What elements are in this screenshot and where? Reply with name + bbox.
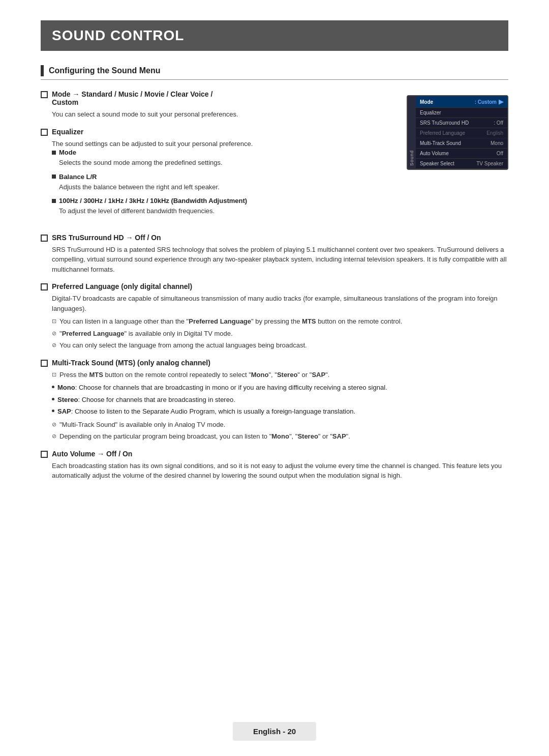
- sub-bandwidth-title: 100Hz / 300Hz / 1kHz / 3kHz / 10kHz (Ban…: [59, 197, 247, 205]
- info-icon-1: ⊡: [52, 317, 56, 327]
- tv-menu-row-speaker: Speaker Select TV Speaker: [416, 159, 507, 169]
- tv-menu-row-multitrack: Multi-Track Sound Mono: [416, 138, 507, 149]
- multitrack-memo-2: ⊘ Depending on the particular program be…: [52, 431, 508, 442]
- preferred-note-3: ⊘ You can only select the language from …: [52, 340, 508, 351]
- row-label-multitrack: Multi-Track Sound: [420, 140, 461, 146]
- checkbox-icon-equalizer: [41, 129, 48, 136]
- main-content: Mode → Standard / Music / Movie / Clear …: [41, 90, 391, 224]
- topic-srs-body: SRS TruSurround HD is a patented SRS tec…: [52, 245, 508, 275]
- row-label-equalizer: Equalizer: [420, 110, 441, 115]
- content-with-sidebar: Mode → Standard / Music / Movie / Clear …: [41, 90, 508, 224]
- row-value-mode: : Custom▶: [475, 98, 503, 105]
- topic-preferred-body: Digital-TV broadcasts are capable of sim…: [52, 294, 508, 313]
- tv-menu-row-srs: SRS TruSurround HD : Off: [416, 118, 507, 128]
- footer-text: English - 20: [253, 727, 296, 736]
- topic-preferred-language: Preferred Language (only digital channel…: [41, 282, 508, 351]
- checkbox-icon-srs: [41, 235, 48, 242]
- sub-bandwidth: 100Hz / 300Hz / 1kHz / 3kHz / 10kHz (Ban…: [52, 197, 391, 216]
- sub-balance-heading: Balance L/R: [52, 173, 391, 181]
- row-value-autovolume: Off: [497, 151, 503, 156]
- tv-menu-row-preferred: Preferred Language English: [416, 128, 507, 138]
- bullet-stereo: Stereo: Choose for channels that are bro…: [52, 395, 508, 405]
- checkbox-icon-autovolume: [41, 451, 48, 458]
- topic-mode-heading: Mode → Standard / Music / Movie / Clear …: [41, 90, 391, 106]
- sub-balance: Balance L/R Adjusts the balance between …: [52, 173, 391, 192]
- row-label-preferred: Preferred Language: [420, 130, 465, 136]
- preferred-note-2: ⊘ "Preferred Language" is available only…: [52, 329, 508, 339]
- topic-mode: Mode → Standard / Music / Movie / Clear …: [41, 90, 391, 120]
- bullet-mono-text: Mono: Choose for channels that are broad…: [57, 383, 387, 393]
- tv-menu-inner: Sound Mode : Custom▶ Equalizer SRS TruSu…: [407, 95, 508, 170]
- page-title: SOUND CONTROL: [52, 27, 497, 44]
- arrow-icon-mode: ▶: [499, 98, 503, 105]
- section-title: Configuring the Sound Menu: [49, 66, 161, 75]
- preferred-note-1: ⊡ You can listen in a language other tha…: [52, 316, 508, 327]
- page-container: SOUND CONTROL Configuring the Sound Menu…: [0, 0, 549, 530]
- sub-mode: Mode Selects the sound mode among the pr…: [52, 149, 391, 168]
- tv-menu: Sound Mode : Custom▶ Equalizer SRS TruSu…: [407, 95, 508, 224]
- bullet-sap-text: SAP: Choose to listen to the Separate Au…: [57, 406, 355, 417]
- row-value-preferred: English: [486, 130, 503, 136]
- row-label-mode: Mode: [420, 99, 433, 105]
- memo-icon-mts2: ⊘: [52, 432, 56, 442]
- topic-multitrack-title: Multi-Track Sound (MTS) (only analog cha…: [52, 359, 210, 367]
- sub-mode-body: Selects the sound mode among the predefi…: [59, 158, 391, 168]
- topic-mode-body: You can select a sound mode to suit your…: [52, 109, 391, 120]
- topic-multitrack: Multi-Track Sound (MTS) (only analog cha…: [41, 359, 508, 442]
- checkbox-icon-mode: [41, 91, 48, 98]
- topic-auto-volume-title: Auto Volume → Off / On: [52, 450, 132, 458]
- memo-icon-1: ⊘: [52, 329, 56, 339]
- tv-menu-row-autovolume: Auto Volume Off: [416, 149, 507, 159]
- row-label-autovolume: Auto Volume: [420, 151, 449, 156]
- section-heading: Configuring the Sound Menu: [41, 65, 508, 80]
- topic-srs-title: SRS TruSurround HD → Off / On: [52, 234, 161, 242]
- memo-icon-2: ⊘: [52, 341, 56, 351]
- sub-mode-title: Mode: [59, 149, 76, 156]
- row-label-speaker: Speaker Select: [420, 161, 454, 166]
- checkbox-icon-preferred: [41, 283, 48, 290]
- topic-mode-title: Mode → Standard / Music / Movie / Clear …: [52, 90, 212, 106]
- topic-equalizer-heading: Equalizer: [41, 128, 391, 136]
- topic-auto-volume-heading: Auto Volume → Off / On: [41, 450, 508, 458]
- sub-balance-title: Balance L/R: [59, 173, 97, 181]
- multitrack-memo-2-text: Depending on the particular program bein…: [59, 431, 350, 442]
- row-value-multitrack: Mono: [491, 140, 503, 146]
- sub-bandwidth-body: To adjust the level of different bandwid…: [59, 206, 391, 216]
- topic-srs: SRS TruSurround HD → Off / On SRS TruSur…: [41, 234, 508, 275]
- topic-srs-heading: SRS TruSurround HD → Off / On: [41, 234, 508, 242]
- row-value-srs: : Off: [494, 120, 503, 126]
- black-square-mode: [52, 151, 56, 155]
- multitrack-memos: ⊘ "Multi-Track Sound" is available only …: [52, 420, 508, 442]
- bullet-sap: SAP: Choose to listen to the Separate Au…: [52, 406, 508, 417]
- topic-preferred-heading: Preferred Language (only digital channel…: [41, 282, 508, 290]
- sub-mode-heading: Mode: [52, 149, 391, 156]
- tv-menu-side-label: Sound: [408, 96, 416, 169]
- topic-auto-volume: Auto Volume → Off / On Each broadcasting…: [41, 450, 508, 481]
- preferred-note-2-text: "Preferred Language" is available only i…: [59, 329, 233, 339]
- multitrack-memo-1: ⊘ "Multi-Track Sound" is available only …: [52, 420, 508, 430]
- bullet-stereo-text: Stereo: Choose for channels that are bro…: [57, 395, 235, 405]
- multitrack-info: ⊡ Press the MTS button on the remote con…: [52, 370, 508, 380]
- tv-menu-row-mode: Mode : Custom▶: [416, 96, 507, 108]
- tv-menu-rows: Mode : Custom▶ Equalizer SRS TruSurround…: [416, 96, 507, 169]
- bullet-dot-mono: [52, 386, 54, 388]
- black-square-balance: [52, 175, 56, 179]
- sub-balance-body: Adjusts the balance between the right an…: [59, 182, 391, 192]
- bullet-mono: Mono: Choose for channels that are broad…: [52, 383, 508, 393]
- topic-equalizer-body: The sound settings can be adjusted to su…: [52, 139, 391, 149]
- tv-menu-body: Sound Mode : Custom▶ Equalizer SRS TruSu…: [408, 96, 507, 169]
- preferred-note-3-text: You can only select the language from am…: [59, 340, 307, 351]
- bullet-dot-stereo: [52, 398, 54, 400]
- topic-multitrack-heading: Multi-Track Sound (MTS) (only analog cha…: [41, 359, 508, 367]
- topic-equalizer-title: Equalizer: [52, 128, 83, 136]
- preferred-note-1-text: You can listen in a language other than …: [59, 316, 402, 327]
- preferred-notes: ⊡ You can listen in a language other tha…: [52, 316, 508, 351]
- sub-bandwidth-heading: 100Hz / 300Hz / 1kHz / 3kHz / 10kHz (Ban…: [52, 197, 391, 205]
- multitrack-info-text: Press the MTS button on the remote contr…: [59, 370, 329, 380]
- tv-menu-row-equalizer: Equalizer: [416, 108, 507, 118]
- row-value-speaker: TV Speaker: [476, 161, 503, 166]
- topic-equalizer: Equalizer The sound settings can be adju…: [41, 128, 391, 216]
- multitrack-bullets: Mono: Choose for channels that are broad…: [52, 383, 508, 417]
- title-banner: SOUND CONTROL: [41, 20, 508, 51]
- checkbox-icon-multitrack: [41, 360, 48, 367]
